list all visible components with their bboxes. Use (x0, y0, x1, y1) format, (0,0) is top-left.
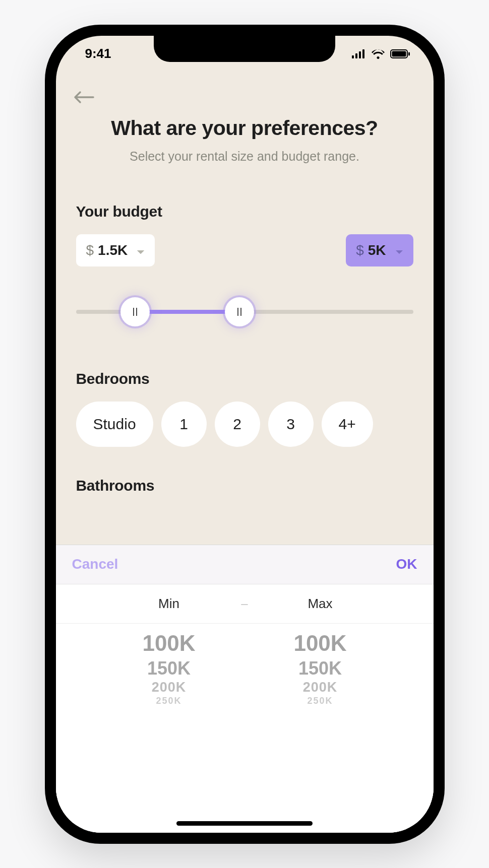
wifi-icon (371, 49, 385, 59)
chevron-down-icon (137, 242, 145, 258)
slider-min-thumb[interactable] (120, 297, 150, 326)
bedroom-option-3[interactable]: 3 (268, 402, 314, 447)
picker-option[interactable]: 150K (265, 658, 376, 679)
bedrooms-section-label: Bedrooms (76, 370, 413, 387)
bedroom-option-4plus[interactable]: 4+ (322, 402, 373, 447)
currency-symbol: $ (86, 242, 94, 258)
budget-max-value: 5K (368, 242, 386, 258)
screen: 9:41 What are your preferences? Select y… (56, 36, 434, 833)
svg-rect-2 (359, 51, 361, 58)
svg-rect-5 (392, 51, 406, 56)
picker-option[interactable]: 250K (113, 696, 224, 706)
picker-ok-button[interactable]: OK (396, 556, 417, 572)
budget-max-select[interactable]: $ 5K (346, 234, 413, 266)
budget-min-select[interactable]: $ 1.5K (76, 234, 155, 266)
budget-min-value: 1.5K (98, 242, 128, 258)
budget-value-row: $ 1.5K $ 5K (76, 234, 413, 266)
picker-cancel-button[interactable]: Cancel (72, 556, 118, 572)
picker-option[interactable]: 150K (113, 658, 224, 679)
svg-rect-3 (362, 49, 364, 58)
bathrooms-section-label: Bathrooms (76, 477, 413, 494)
svg-marker-7 (137, 250, 144, 254)
range-picker-sheet: Cancel OK Min – Max 100K 150K 200K 250K (56, 545, 434, 833)
picker-option[interactable]: 200K (113, 680, 224, 695)
picker-option[interactable]: 100K (113, 631, 224, 656)
picker-option[interactable]: 250K (265, 696, 376, 706)
slider-max-thumb[interactable] (225, 297, 254, 326)
svg-marker-8 (396, 250, 403, 254)
page-subtitle: Select your rental size and budget range… (76, 149, 413, 164)
bedroom-option-2[interactable]: 2 (215, 402, 260, 447)
picker-max-wheel[interactable]: 100K 150K 200K 250K (265, 631, 376, 833)
page-title: What are your preferences? (76, 116, 413, 140)
svg-rect-0 (352, 55, 354, 58)
picker-option[interactable]: 200K (265, 680, 376, 695)
back-button[interactable] (73, 86, 95, 108)
bedroom-option-studio[interactable]: Studio (76, 402, 153, 447)
picker-column-headers: Min – Max (56, 584, 434, 624)
picker-min-header: Min (113, 596, 224, 612)
slider-fill (135, 310, 239, 314)
picker-wheels: 100K 150K 200K 250K 100K 150K 200K 250K (56, 624, 434, 833)
svg-rect-1 (355, 53, 357, 58)
status-indicators (352, 49, 410, 59)
content-area: What are your preferences? Select your r… (56, 72, 434, 833)
phone-frame: 9:41 What are your preferences? Select y… (45, 25, 445, 844)
picker-dash: – (224, 596, 265, 611)
svg-rect-6 (408, 52, 410, 55)
budget-range-slider[interactable] (76, 297, 413, 327)
bedroom-option-1[interactable]: 1 (161, 402, 207, 447)
cellular-signal-icon (352, 49, 366, 58)
battery-icon (390, 49, 410, 58)
chevron-down-icon (395, 242, 403, 258)
status-time: 9:41 (85, 46, 111, 61)
grip-icon (237, 308, 241, 316)
grip-icon (133, 308, 137, 316)
currency-symbol: $ (356, 242, 364, 258)
picker-min-wheel[interactable]: 100K 150K 200K 250K (113, 631, 224, 833)
picker-toolbar: Cancel OK (56, 545, 434, 584)
picker-max-header: Max (265, 596, 376, 612)
home-indicator[interactable] (176, 821, 313, 826)
notch (154, 36, 335, 62)
budget-section-label: Your budget (76, 203, 413, 220)
bedrooms-options: Studio 1 2 3 4+ (76, 402, 413, 447)
picker-option[interactable]: 100K (265, 631, 376, 656)
